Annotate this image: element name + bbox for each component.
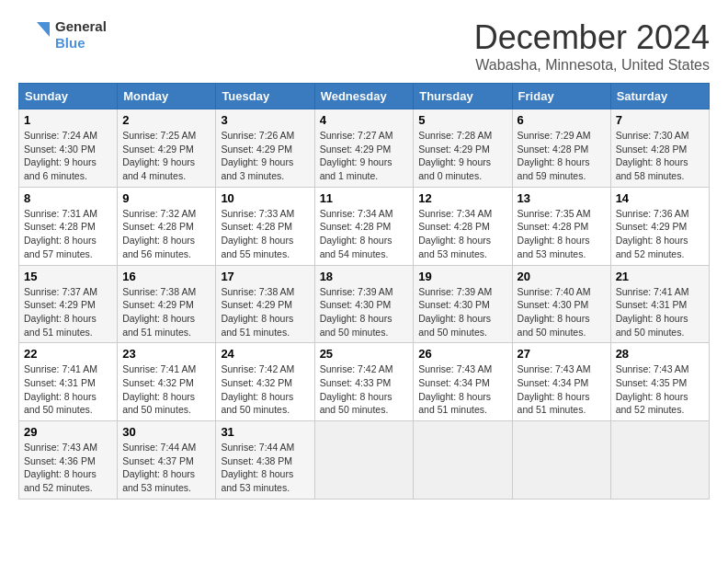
day-number: 25 [320,347,409,361]
calendar-cell: 3Sunrise: 7:26 AMSunset: 4:29 PMDaylight… [216,109,314,188]
day-number: 26 [418,347,506,361]
day-info: Sunrise: 7:28 AMSunset: 4:29 PMDaylight:… [418,129,506,183]
calendar-cell: 6Sunrise: 7:29 AMSunset: 4:28 PMDaylight… [512,109,610,188]
day-info: Sunrise: 7:30 AMSunset: 4:28 PMDaylight:… [616,129,704,183]
day-number: 5 [418,113,506,127]
calendar-cell: 28Sunrise: 7:43 AMSunset: 4:35 PMDayligh… [610,343,709,421]
day-number: 8 [24,191,112,205]
day-number: 16 [122,270,210,283]
day-number: 7 [616,113,704,127]
logo-graphic [18,18,51,52]
day-info: Sunrise: 7:44 AMSunset: 4:37 PMDaylight:… [122,441,210,495]
day-info: Sunrise: 7:25 AMSunset: 4:29 PMDaylight:… [122,129,210,183]
col-header-sunday: Sunday [19,84,118,109]
day-number: 11 [320,191,409,205]
day-info: Sunrise: 7:43 AMSunset: 4:35 PMDaylight:… [616,362,704,417]
day-number: 18 [320,270,409,283]
day-info: Sunrise: 7:40 AMSunset: 4:30 PMDaylight:… [518,285,606,339]
calendar-week-3: 22Sunrise: 7:41 AMSunset: 4:31 PMDayligh… [19,343,710,421]
header-row: SundayMondayTuesdayWednesdayThursdayFrid… [19,84,710,109]
calendar-cell: 10Sunrise: 7:33 AMSunset: 4:28 PMDayligh… [216,187,314,265]
calendar-cell: 20Sunrise: 7:40 AMSunset: 4:30 PMDayligh… [512,265,610,343]
day-number: 31 [221,425,309,439]
calendar-cell: 22Sunrise: 7:41 AMSunset: 4:31 PMDayligh… [19,343,118,421]
day-info: Sunrise: 7:42 AMSunset: 4:33 PMDaylight:… [320,362,409,417]
calendar-cell: 13Sunrise: 7:35 AMSunset: 4:28 PMDayligh… [512,187,610,265]
calendar-cell: 14Sunrise: 7:36 AMSunset: 4:29 PMDayligh… [610,187,709,265]
col-header-thursday: Thursday [414,84,512,109]
calendar-week-0: 1Sunrise: 7:24 AMSunset: 4:30 PMDaylight… [19,109,710,188]
calendar-cell: 30Sunrise: 7:44 AMSunset: 4:37 PMDayligh… [118,421,216,500]
day-number: 9 [122,191,210,205]
day-info: Sunrise: 7:35 AMSunset: 4:28 PMDaylight:… [518,207,606,261]
calendar-cell: 24Sunrise: 7:42 AMSunset: 4:32 PMDayligh… [216,343,314,421]
calendar-cell: 16Sunrise: 7:38 AMSunset: 4:29 PMDayligh… [118,265,216,343]
calendar-week-2: 15Sunrise: 7:37 AMSunset: 4:29 PMDayligh… [19,265,710,343]
day-info: Sunrise: 7:24 AMSunset: 4:30 PMDaylight:… [24,129,112,183]
calendar-table: SundayMondayTuesdayWednesdayThursdayFrid… [18,83,710,500]
day-number: 27 [518,347,606,361]
day-number: 30 [122,425,210,439]
calendar-cell: 25Sunrise: 7:42 AMSunset: 4:33 PMDayligh… [314,343,414,421]
calendar-cell: 31Sunrise: 7:44 AMSunset: 4:38 PMDayligh… [216,421,314,500]
calendar-cell: 17Sunrise: 7:38 AMSunset: 4:29 PMDayligh… [216,265,314,343]
day-number: 19 [418,270,506,283]
day-number: 17 [221,270,309,283]
calendar-cell: 9Sunrise: 7:32 AMSunset: 4:28 PMDaylight… [118,187,216,265]
calendar-cell: 15Sunrise: 7:37 AMSunset: 4:29 PMDayligh… [19,265,118,343]
day-number: 3 [221,113,309,127]
day-number: 14 [616,191,704,205]
day-info: Sunrise: 7:43 AMSunset: 4:34 PMDaylight:… [518,362,606,417]
calendar-cell: 5Sunrise: 7:28 AMSunset: 4:29 PMDaylight… [414,109,512,188]
calendar-cell: 21Sunrise: 7:41 AMSunset: 4:31 PMDayligh… [610,265,709,343]
calendar-cell: 19Sunrise: 7:39 AMSunset: 4:30 PMDayligh… [414,265,512,343]
col-header-tuesday: Tuesday [216,84,314,109]
day-number: 22 [24,347,112,361]
calendar-cell: 7Sunrise: 7:30 AMSunset: 4:28 PMDaylight… [610,109,709,188]
day-number: 6 [518,113,606,127]
day-info: Sunrise: 7:31 AMSunset: 4:28 PMDaylight:… [24,207,112,261]
calendar-cell: 4Sunrise: 7:27 AMSunset: 4:29 PMDaylight… [314,109,414,188]
day-info: Sunrise: 7:38 AMSunset: 4:29 PMDaylight:… [122,285,210,339]
day-info: Sunrise: 7:43 AMSunset: 4:34 PMDaylight:… [418,362,506,417]
calendar-cell: 18Sunrise: 7:39 AMSunset: 4:30 PMDayligh… [314,265,414,343]
title-area: December 2024 Wabasha, Minnesota, United… [474,18,710,74]
day-info: Sunrise: 7:39 AMSunset: 4:30 PMDaylight:… [418,285,506,339]
day-info: Sunrise: 7:41 AMSunset: 4:31 PMDaylight:… [616,285,704,339]
calendar-cell: 26Sunrise: 7:43 AMSunset: 4:34 PMDayligh… [414,343,512,421]
day-number: 10 [221,191,309,205]
day-info: Sunrise: 7:38 AMSunset: 4:29 PMDaylight:… [221,285,309,339]
calendar-cell: 27Sunrise: 7:43 AMSunset: 4:34 PMDayligh… [512,343,610,421]
day-number: 24 [221,347,309,361]
calendar-cell: 11Sunrise: 7:34 AMSunset: 4:28 PMDayligh… [314,187,414,265]
calendar-cell [414,421,512,500]
calendar-week-1: 8Sunrise: 7:31 AMSunset: 4:28 PMDaylight… [19,187,710,265]
day-info: Sunrise: 7:26 AMSunset: 4:29 PMDaylight:… [221,129,309,183]
day-info: Sunrise: 7:43 AMSunset: 4:36 PMDaylight:… [24,441,112,495]
day-info: Sunrise: 7:36 AMSunset: 4:29 PMDaylight:… [616,207,704,261]
col-header-friday: Friday [512,84,610,109]
day-number: 4 [320,113,409,127]
day-info: Sunrise: 7:34 AMSunset: 4:28 PMDaylight:… [320,207,409,261]
header: General Blue December 2024 Wabasha, Minn… [18,18,710,74]
col-header-monday: Monday [118,84,216,109]
day-number: 15 [24,270,112,283]
calendar-cell [512,421,610,500]
page-title: December 2024 [474,18,710,57]
calendar-cell: 23Sunrise: 7:41 AMSunset: 4:32 PMDayligh… [118,343,216,421]
day-info: Sunrise: 7:41 AMSunset: 4:32 PMDaylight:… [122,362,210,417]
day-info: Sunrise: 7:29 AMSunset: 4:28 PMDaylight:… [518,129,606,183]
day-number: 13 [518,191,606,205]
day-number: 20 [518,270,606,283]
day-info: Sunrise: 7:37 AMSunset: 4:29 PMDaylight:… [24,285,112,339]
calendar-cell: 12Sunrise: 7:34 AMSunset: 4:28 PMDayligh… [414,187,512,265]
calendar-cell: 8Sunrise: 7:31 AMSunset: 4:28 PMDaylight… [19,187,118,265]
day-info: Sunrise: 7:41 AMSunset: 4:31 PMDaylight:… [24,362,112,417]
calendar-week-4: 29Sunrise: 7:43 AMSunset: 4:36 PMDayligh… [19,421,710,500]
day-number: 2 [122,113,210,127]
day-info: Sunrise: 7:44 AMSunset: 4:38 PMDaylight:… [221,441,309,495]
day-number: 29 [24,425,112,439]
logo: General Blue [18,18,107,52]
day-info: Sunrise: 7:33 AMSunset: 4:28 PMDaylight:… [221,207,309,261]
day-info: Sunrise: 7:42 AMSunset: 4:32 PMDaylight:… [221,362,309,417]
